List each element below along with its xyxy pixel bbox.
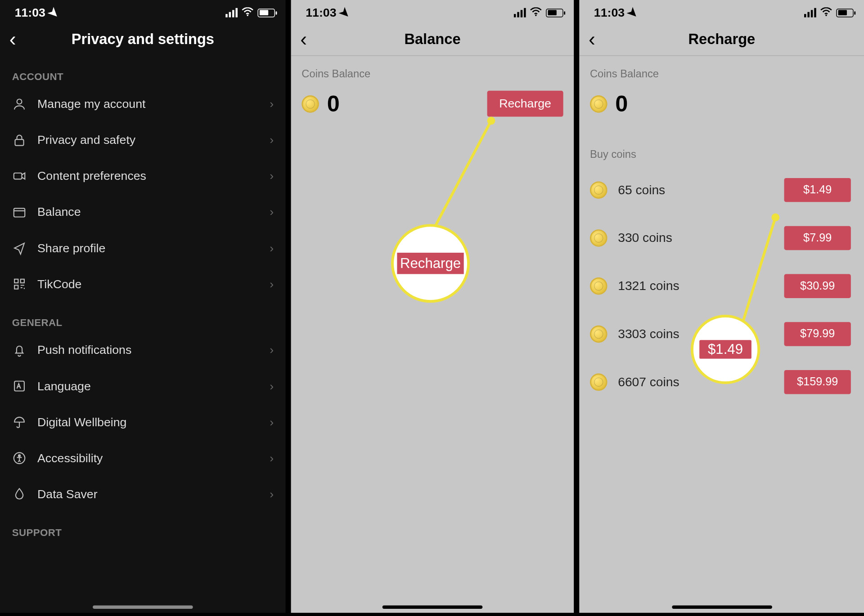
- back-button[interactable]: ‹: [589, 28, 595, 50]
- svg-rect-3: [14, 173, 22, 179]
- chevron-right-icon: ›: [270, 451, 274, 465]
- back-button[interactable]: ‹: [300, 28, 307, 50]
- price-button[interactable]: $7.99: [784, 226, 851, 250]
- coin-icon: [590, 229, 608, 247]
- wifi-icon: [530, 6, 542, 20]
- chevron-right-icon: ›: [270, 343, 274, 357]
- svg-point-0: [247, 14, 248, 16]
- item-label: Data Saver: [37, 487, 98, 501]
- recharge-screen: 11:03 ➤ ‹ Recharge Coins Balance 0 Buy c…: [579, 0, 864, 613]
- chevron-right-icon: ›: [270, 205, 274, 219]
- item-content-prefs[interactable]: Content preferences›: [0, 158, 286, 194]
- chevron-right-icon: ›: [270, 487, 274, 501]
- item-privacy-safety[interactable]: Privacy and safety›: [0, 122, 286, 158]
- back-button[interactable]: ‹: [9, 28, 16, 50]
- home-indicator[interactable]: [672, 606, 772, 609]
- svg-rect-4: [14, 208, 25, 217]
- chevron-right-icon: ›: [270, 277, 274, 291]
- item-digital-wellbeing[interactable]: Digital Wellbeing›: [0, 404, 286, 440]
- recharge-button[interactable]: Recharge: [487, 91, 563, 117]
- package-label: 1321 coins: [618, 279, 679, 294]
- item-label: Privacy and safety: [37, 133, 135, 147]
- chevron-right-icon: ›: [270, 97, 274, 111]
- coin-icon: [590, 277, 608, 295]
- chevron-right-icon: ›: [270, 241, 274, 255]
- package-label: 3303 coins: [618, 327, 679, 342]
- status-bar: 11:03 ➤: [0, 0, 286, 22]
- svg-rect-7: [14, 285, 18, 289]
- annotation-dot: [487, 117, 495, 125]
- signal-icon: [804, 8, 816, 18]
- language-icon: [12, 379, 27, 393]
- price-button[interactable]: $30.99: [784, 274, 851, 298]
- svg-point-10: [18, 455, 20, 456]
- page-title: Recharge: [688, 30, 756, 48]
- settings-list[interactable]: ACCOUNT Manage my account› Privacy and s…: [0, 56, 286, 542]
- package-label: 330 coins: [618, 231, 672, 246]
- svg-point-1: [17, 99, 22, 104]
- coin-icon: [590, 95, 608, 112]
- home-indicator[interactable]: [93, 606, 193, 609]
- item-label: Balance: [37, 205, 81, 219]
- item-label: Digital Wellbeing: [37, 415, 126, 429]
- item-data-saver[interactable]: Data Saver›: [0, 476, 286, 512]
- item-manage-account[interactable]: Manage my account›: [0, 86, 286, 122]
- coin-icon: [590, 326, 608, 343]
- nav-bar: ‹ Balance: [291, 22, 574, 56]
- balance-value: 0: [327, 91, 340, 117]
- balance-row: 0 Recharge: [291, 84, 574, 117]
- section-header-support: SUPPORT: [0, 512, 286, 542]
- nav-bar: ‹ Privacy and settings: [0, 22, 286, 56]
- item-label: Accessibility: [37, 451, 103, 465]
- share-icon: [12, 241, 27, 255]
- svg-rect-2: [15, 139, 23, 146]
- package-label: 6607 coins: [618, 375, 679, 389]
- droplet-icon: [12, 487, 27, 502]
- chevron-right-icon: ›: [270, 169, 274, 183]
- item-tikcode[interactable]: TikCode›: [0, 266, 286, 302]
- item-share-profile[interactable]: Share profile›: [0, 230, 286, 266]
- section-header-account: ACCOUNT: [0, 56, 286, 86]
- annotation-dot: [771, 214, 779, 222]
- balance-value: 0: [615, 91, 628, 117]
- balance-screen: 11:03 ➤ ‹ Balance Coins Balance 0 Rechar…: [291, 0, 574, 613]
- svg-point-12: [825, 14, 827, 16]
- signal-icon: [514, 8, 526, 18]
- item-language[interactable]: Language›: [0, 368, 286, 404]
- chevron-right-icon: ›: [270, 415, 274, 429]
- home-indicator[interactable]: [382, 606, 482, 609]
- price-button[interactable]: $79.99: [784, 322, 851, 346]
- coin-package-row: 330 coins$7.99: [579, 214, 864, 262]
- umbrella-icon: [12, 415, 27, 429]
- bell-icon: [12, 343, 27, 357]
- item-label: Content preferences: [37, 169, 146, 183]
- annotation-callout-recharge: Recharge: [391, 224, 470, 303]
- status-time: 11:03: [594, 6, 625, 19]
- accessibility-icon: [12, 451, 27, 466]
- page-title: Balance: [404, 30, 460, 48]
- location-icon: ➤: [45, 4, 63, 22]
- item-label: Push notifications: [37, 343, 131, 357]
- battery-icon: [257, 9, 275, 17]
- price-button[interactable]: $1.49: [784, 178, 851, 202]
- item-balance[interactable]: Balance›: [0, 194, 286, 230]
- price-button[interactable]: $159.99: [784, 370, 851, 394]
- settings-screen: 11:03 ➤ ‹ Privacy and settings ACCOUNT M…: [0, 0, 286, 613]
- item-push-notifications[interactable]: Push notifications›: [0, 332, 286, 368]
- coins-balance-label: Coins Balance: [579, 56, 864, 84]
- chevron-right-icon: ›: [270, 133, 274, 147]
- battery-icon: [546, 9, 563, 17]
- qrcode-icon: [12, 277, 27, 291]
- chevron-right-icon: ›: [270, 379, 274, 393]
- balance-row: 0: [579, 84, 864, 117]
- item-label: Language: [37, 379, 91, 393]
- location-icon: ➤: [624, 4, 642, 22]
- video-icon: [12, 169, 27, 183]
- battery-icon: [836, 9, 854, 17]
- item-accessibility[interactable]: Accessibility›: [0, 440, 286, 476]
- coin-package-row: 65 coins$1.49: [579, 166, 864, 214]
- coins-balance-label: Coins Balance: [291, 56, 574, 84]
- separator: [574, 0, 579, 613]
- annotation-callout-text: $1.49: [699, 340, 752, 359]
- status-time: 11:03: [15, 6, 45, 19]
